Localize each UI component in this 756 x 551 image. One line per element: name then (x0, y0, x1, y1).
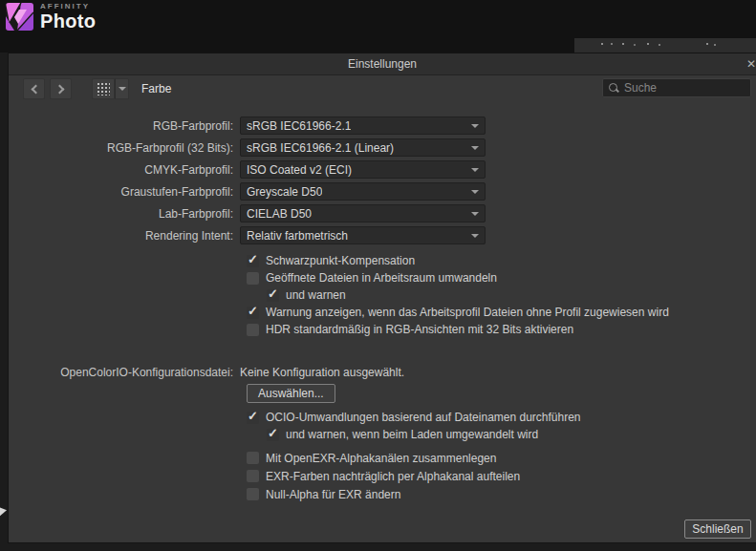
checkbox-label: EXR-Farben nachträglich per Alphakanal a… (266, 470, 520, 483)
color-options-group: Schwarzpunkt-Kompensation Geöffnete Date… (247, 252, 756, 338)
select-value: sRGB IEC61966-2.1 (Linear) (247, 141, 394, 155)
profile-label: CMYK-Farbprofil: (9, 163, 240, 177)
dialog-toolbar: Farbe (9, 75, 756, 102)
rgb-profile-select[interactable]: sRGB IEC61966-2.1 (240, 117, 486, 135)
select-value: CIELAB D50 (247, 207, 312, 221)
checkbox-label: und warnen (286, 288, 346, 302)
rgb32-profile-select[interactable]: sRGB IEC61966-2.1 (Linear) (240, 138, 486, 157)
checkbox-row-exr-divide[interactable]: EXR-Farben nachträglich per Alphakanal a… (247, 467, 756, 485)
chevron-down-icon (471, 146, 479, 150)
checkbox-row-ocio-warn[interactable]: und warnen, wenn beim Laden umgewandelt … (267, 426, 756, 443)
profile-label: Lab-Farbprofil: (9, 207, 240, 221)
background-tool-icon (0, 503, 7, 519)
search-box[interactable] (602, 78, 751, 97)
ocio-config-row: OpenColorIO-Konfigurationsdatei: Keine K… (9, 365, 756, 380)
checkbox[interactable] (267, 289, 279, 302)
checkbox-row-exr-nullalpha[interactable]: Null-Alpha für EXR ändern (247, 485, 756, 503)
checkbox-label: Null-Alpha für EXR ändern (266, 488, 400, 501)
ocio-options-group: OCIO-Umwandlungen basierend auf Dateinam… (247, 409, 756, 443)
checkbox[interactable] (247, 488, 259, 500)
profile-label: RGB-Farbprofil (32 Bits): (9, 141, 240, 155)
background-panel-clipped (574, 38, 756, 53)
chevron-down-icon (119, 87, 126, 91)
chevron-down-icon (471, 168, 479, 172)
profile-row-rgb32: RGB-Farbprofil (32 Bits): sRGB IEC61966-… (9, 138, 756, 157)
checkbox-label: Mit OpenEXR-Alphakanälen zusammenlegen (266, 452, 496, 465)
chevron-right-icon (55, 85, 65, 95)
grid-view-button[interactable] (92, 78, 115, 99)
checkbox-label: Schwarzpunkt-Kompensation (266, 254, 415, 267)
select-value: ISO Coated v2 (ECI) (247, 163, 352, 177)
profile-row-cmyk: CMYK-Farbprofil: ISO Coated v2 (ECI) (9, 160, 756, 179)
chevron-down-icon (471, 234, 479, 238)
checkbox-row-convert-open[interactable]: Geöffnete Dateien in Arbeitsraum umwande… (247, 269, 756, 286)
checkbox[interactable] (247, 324, 259, 336)
chevron-down-icon (471, 190, 479, 194)
checkbox[interactable] (247, 272, 259, 285)
checkbox[interactable] (247, 452, 259, 464)
profile-row-lab: Lab-Farbprofil: CIELAB D50 (9, 204, 756, 223)
search-input[interactable] (624, 81, 739, 95)
profile-label: RGB-Farbprofil: (9, 119, 240, 133)
cmyk-profile-select[interactable]: ISO Coated v2 (ECI) (240, 160, 486, 179)
select-value: sRGB IEC61966-2.1 (247, 119, 351, 133)
settings-dialog: Einstellungen ✕ Farbe RGB-Farbprofil: sR… (8, 53, 756, 543)
ocio-config-label: OpenColorIO-Konfigurationsdatei: (9, 366, 240, 379)
checkbox-row-convert-warn[interactable]: und warnen (267, 286, 756, 304)
close-icon[interactable]: ✕ (744, 56, 756, 72)
profile-row-gray: Graustufen-Farbprofil: Greyscale D50 (9, 182, 756, 201)
checkbox-label: und warnen, wenn beim Laden umgewandelt … (286, 428, 538, 441)
checkbox[interactable] (247, 412, 259, 424)
ocio-choose-row: Auswählen... (247, 384, 756, 403)
checkbox[interactable] (247, 307, 259, 319)
settings-content: RGB-Farbprofil: sRGB IEC61966-2.1 RGB-Fa… (9, 103, 756, 542)
grayscale-profile-select[interactable]: Greyscale D50 (240, 182, 486, 201)
profile-row-rgb: RGB-Farbprofil: sRGB IEC61966-2.1 (9, 117, 756, 135)
brand-affinity-label: AFFINITY (40, 2, 96, 11)
checkbox[interactable] (267, 429, 279, 441)
select-value: Relativ farbmetrisch (247, 229, 348, 243)
search-icon (608, 82, 619, 94)
grid-view-dropdown-button[interactable] (115, 78, 129, 99)
checkbox[interactable] (247, 470, 259, 482)
checkbox-label: Warnung anzeigen, wenn das Arbeitsprofil… (266, 306, 669, 319)
page-title: Farbe (141, 82, 171, 95)
forward-button[interactable] (50, 78, 72, 99)
choose-config-button[interactable]: Auswählen... (247, 384, 335, 403)
profile-label: Graustufen-Farbprofil: (9, 185, 240, 199)
clipped-text-remnant (601, 43, 603, 45)
checkbox-label: HDR standardmäßig in RGB-Ansichten mit 3… (266, 323, 573, 336)
brand-photo-label: Photo (40, 11, 96, 32)
rendering-intent-select[interactable]: Relativ farbmetrisch (240, 226, 486, 244)
select-value: Greyscale D50 (247, 185, 322, 199)
profile-row-intent: Rendering Intent: Relativ farbmetrisch (9, 226, 756, 244)
chevron-down-icon (471, 124, 479, 128)
checkbox[interactable] (247, 255, 259, 267)
checkbox-row-ocio-convert[interactable]: OCIO-Umwandlungen basierend auf Dateinam… (247, 409, 756, 426)
checkbox-row-warn-assign[interactable]: Warnung anzeigen, wenn das Arbeitsprofil… (247, 304, 756, 321)
grid-icon (97, 82, 110, 95)
lab-profile-select[interactable]: CIELAB D50 (240, 204, 486, 223)
checkbox-label: OCIO-Umwandlungen basierend auf Dateinam… (266, 411, 581, 424)
dialog-title-bar[interactable]: Einstellungen ✕ (9, 53, 756, 75)
checkbox-label: Geöffnete Dateien in Arbeitsraum umwande… (266, 271, 497, 285)
chevron-left-icon (32, 85, 41, 95)
profile-label: Rendering Intent: (9, 229, 240, 243)
close-button[interactable]: Schließen (684, 519, 751, 539)
view-mode-group (92, 78, 129, 99)
chevron-down-icon (471, 212, 479, 216)
checkbox-row-exr-merge[interactable]: Mit OpenEXR-Alphakanälen zusammenlegen (247, 449, 756, 467)
ocio-config-value: Keine Konfiguration ausgewählt. (240, 366, 404, 379)
checkbox-row-blackpoint[interactable]: Schwarzpunkt-Kompensation (247, 252, 756, 269)
back-button[interactable] (23, 78, 45, 99)
dialog-title: Einstellungen (348, 57, 417, 71)
brand-text: AFFINITY Photo (40, 2, 96, 32)
exr-options-group: Mit OpenEXR-Alphakanälen zusammenlegen E… (247, 449, 756, 503)
affinity-photo-logo-icon (6, 3, 33, 31)
checkbox-row-hdr[interactable]: HDR standardmäßig in RGB-Ansichten mit 3… (247, 321, 756, 338)
